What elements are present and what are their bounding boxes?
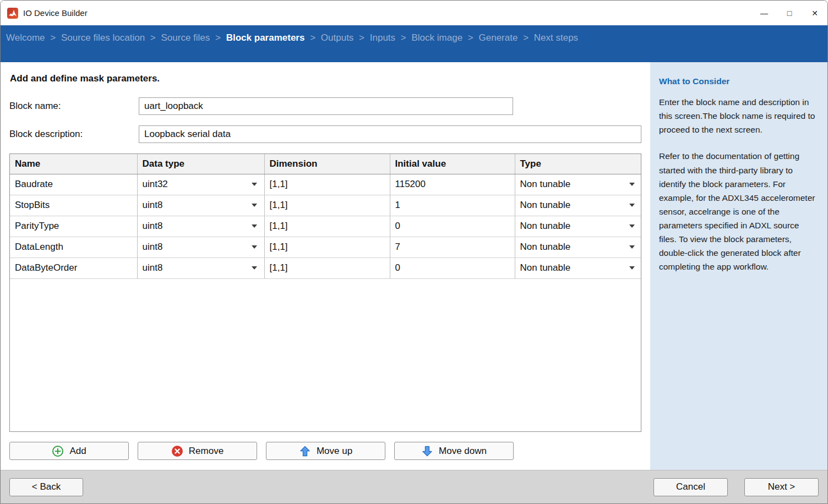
help-panel: What to Consider Enter the block name an… xyxy=(650,62,827,470)
block-description-label: Block description: xyxy=(9,129,139,140)
table-actions: Add Remove xyxy=(9,442,641,460)
minimize-button[interactable]: — xyxy=(751,1,777,25)
chevron-down-icon xyxy=(252,183,257,186)
dropdown-value: Non tunable xyxy=(520,179,571,190)
chevron-down-icon xyxy=(629,204,635,207)
dropdown-value: uint8 xyxy=(143,262,163,273)
move-up-button[interactable]: Move up xyxy=(266,442,385,460)
app-window: IO Device Builder — □ ✕ Welcome > Source… xyxy=(0,0,828,504)
param-name-cell[interactable]: ParityType xyxy=(10,216,137,237)
remove-button[interactable]: Remove xyxy=(138,442,257,460)
breadcrumb-step-welcome[interactable]: Welcome xyxy=(6,32,45,43)
dimension-cell[interactable]: [1,1] xyxy=(264,195,390,216)
arrow-down-icon xyxy=(421,445,433,457)
table-row[interactable]: StopBits uint8 [1,1] 1 Non tunable xyxy=(10,195,641,216)
data-type-dropdown[interactable]: uint32 xyxy=(137,174,264,195)
window-title: IO Device Builder xyxy=(23,8,88,18)
chevron-down-icon xyxy=(252,204,257,207)
table-row[interactable]: DataLength uint8 [1,1] 7 Non tunable xyxy=(10,237,641,258)
table-header-row: Name Data type Dimension Initial value T… xyxy=(10,154,641,174)
data-type-dropdown[interactable]: uint8 xyxy=(137,258,264,278)
chevron-down-icon xyxy=(252,266,257,270)
matlab-logo-icon xyxy=(7,8,18,19)
breadcrumb-step-source-files[interactable]: Source files xyxy=(161,32,210,43)
type-dropdown[interactable]: Non tunable xyxy=(515,216,641,237)
table-row[interactable]: ParityType uint8 [1,1] 0 Non tunable xyxy=(10,216,641,237)
block-description-input[interactable] xyxy=(139,125,641,143)
type-dropdown[interactable]: Non tunable xyxy=(515,174,641,195)
close-button[interactable]: ✕ xyxy=(802,1,827,25)
param-name-cell[interactable]: DataLength xyxy=(10,237,137,258)
dropdown-value: uint32 xyxy=(143,179,168,190)
breadcrumb-separator: > xyxy=(468,32,473,43)
column-header-data-type: Data type xyxy=(137,154,264,174)
chevron-down-icon xyxy=(252,224,257,228)
type-dropdown[interactable]: Non tunable xyxy=(515,258,641,278)
move-down-button-label: Move down xyxy=(439,446,487,457)
breadcrumb-separator: > xyxy=(50,32,56,43)
chevron-down-icon xyxy=(629,245,635,249)
dropdown-value: Non tunable xyxy=(520,221,571,232)
move-up-button-label: Move up xyxy=(317,446,352,457)
initial-value-cell[interactable]: 0 xyxy=(390,258,515,278)
help-panel-title: What to Consider xyxy=(659,74,818,88)
breadcrumb-separator: > xyxy=(359,32,364,43)
window-controls: — □ ✕ xyxy=(751,1,827,25)
chevron-down-icon xyxy=(629,266,635,270)
dimension-cell[interactable]: [1,1] xyxy=(264,216,390,237)
column-header-type: Type xyxy=(515,154,641,174)
data-type-dropdown[interactable]: uint8 xyxy=(137,237,264,258)
breadcrumb-step-outputs[interactable]: Outputs xyxy=(321,32,354,43)
help-paragraph: Enter the block name and description in … xyxy=(659,95,818,136)
add-button-label: Add xyxy=(69,446,86,457)
next-button[interactable]: Next > xyxy=(744,478,819,496)
initial-value-cell[interactable]: 0 xyxy=(390,216,515,237)
block-name-input[interactable] xyxy=(139,97,513,115)
initial-value-cell[interactable]: 7 xyxy=(390,237,515,258)
breadcrumb-separator: > xyxy=(523,32,529,43)
move-down-button[interactable]: Move down xyxy=(394,442,514,460)
param-name-cell[interactable]: DataByteOrder xyxy=(10,258,137,278)
type-dropdown[interactable]: Non tunable xyxy=(515,237,641,258)
remove-button-label: Remove xyxy=(189,446,224,457)
breadcrumb-step-block-image[interactable]: Block image xyxy=(412,32,463,43)
breadcrumb-step-source-files-location[interactable]: Source files location xyxy=(61,32,145,43)
remove-icon xyxy=(171,445,183,457)
dropdown-value: Non tunable xyxy=(520,200,571,211)
help-paragraph: Refer to the documentation of getting st… xyxy=(659,149,818,273)
dimension-cell[interactable]: [1,1] xyxy=(264,258,390,278)
page-title: Add and define mask parameters. xyxy=(10,73,641,84)
content-area: Add and define mask parameters. Block na… xyxy=(1,62,827,470)
table-row[interactable]: Baudrate uint32 [1,1] 115200 Non tunable xyxy=(10,174,641,195)
dimension-cell[interactable]: [1,1] xyxy=(264,237,390,258)
parameters-table: Name Data type Dimension Initial value T… xyxy=(9,154,641,432)
breadcrumb-separator: > xyxy=(215,32,221,43)
add-button[interactable]: Add xyxy=(9,442,129,460)
param-name-cell[interactable]: StopBits xyxy=(10,195,137,216)
maximize-button[interactable]: □ xyxy=(777,1,802,25)
breadcrumb-separator: > xyxy=(150,32,156,43)
dimension-cell[interactable]: [1,1] xyxy=(264,174,390,195)
param-name-cell[interactable]: Baudrate xyxy=(10,174,137,195)
breadcrumb-separator: > xyxy=(401,32,406,43)
block-name-row: Block name: xyxy=(9,97,641,115)
dropdown-value: uint8 xyxy=(143,200,163,211)
arrow-up-icon xyxy=(299,445,311,457)
block-description-row: Block description: xyxy=(9,125,641,143)
breadcrumb-step-next-steps[interactable]: Next steps xyxy=(534,32,578,43)
back-button[interactable]: < Back xyxy=(9,478,83,496)
table-row[interactable]: DataByteOrder uint8 [1,1] 0 Non tunable xyxy=(10,258,641,278)
initial-value-cell[interactable]: 1 xyxy=(390,195,515,216)
breadcrumb-step-inputs[interactable]: Inputs xyxy=(370,32,395,43)
cancel-button[interactable]: Cancel xyxy=(653,478,728,496)
data-type-dropdown[interactable]: uint8 xyxy=(137,216,264,237)
chevron-down-icon xyxy=(629,224,635,228)
data-type-dropdown[interactable]: uint8 xyxy=(137,195,264,216)
breadcrumb-step-generate[interactable]: Generate xyxy=(479,32,518,43)
chevron-down-icon xyxy=(252,245,257,249)
type-dropdown[interactable]: Non tunable xyxy=(515,195,641,216)
column-header-dimension: Dimension xyxy=(264,154,390,174)
initial-value-cell[interactable]: 115200 xyxy=(390,174,515,195)
breadcrumb-step-block-parameters[interactable]: Block parameters xyxy=(226,32,305,43)
dropdown-value: Non tunable xyxy=(520,262,571,273)
